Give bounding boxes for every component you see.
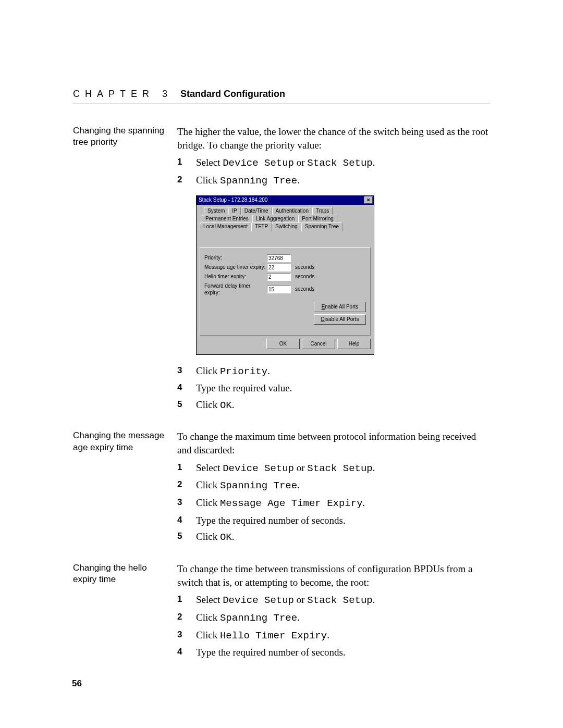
step: Click OK. — [177, 398, 490, 413]
page-number: 56 — [72, 678, 82, 689]
enable-all-ports-button[interactable]: Enable All Ports — [314, 302, 366, 312]
step: Click Spanning Tree. — [177, 478, 490, 493]
step: Click Priority. — [177, 364, 490, 379]
priority-label: Priority: — [204, 254, 267, 262]
hello-label: Hello timer expiry: — [204, 273, 267, 280]
section-spanning-priority: Changing the spanning tree priority The … — [73, 125, 490, 415]
step: Type the required value. — [177, 381, 490, 395]
step: Click Hello Timer Expiry. — [177, 628, 490, 643]
side-heading: Changing the spanning tree priority — [73, 125, 177, 148]
stack-setup-dialog: Stack Setup - 172.28.184.200 ✕ System IP… — [196, 195, 374, 355]
fwd-delay-label: Forward delay timer expiry: — [204, 282, 267, 297]
msg-age-input[interactable]: 22 — [267, 264, 291, 272]
step: Type the required number of seconds. — [177, 646, 490, 659]
hello-suffix: seconds — [295, 273, 314, 280]
side-heading: Changing the message age expiry time — [73, 430, 177, 453]
intro-text: To change the maximum time between proto… — [177, 430, 490, 456]
dialog-screenshot: Stack Setup - 172.28.184.200 ✕ System IP… — [196, 195, 490, 355]
section-body: To change the maximum time between proto… — [177, 430, 490, 547]
tab-panel: Priority: 32768 Message age timer expiry… — [200, 247, 371, 336]
chapter-label: CHAPTER 3 — [73, 89, 173, 99]
tabs-area: System IP Date/Time Authentication Traps… — [200, 207, 371, 224]
intro-text: The higher the value, the lower the chan… — [177, 125, 490, 152]
step: Select Device Setup or Stack Setup. — [177, 461, 490, 476]
step: Click Message Age Timer Expiry. — [177, 496, 490, 511]
fwd-delay-suffix: seconds — [295, 286, 314, 293]
tab-tftp[interactable]: TFTP — [251, 223, 272, 231]
hello-input[interactable]: 2 — [267, 273, 291, 281]
step: Type the required number of seconds. — [177, 514, 490, 527]
steps-list-cont: Click Priority. Type the required value.… — [177, 364, 490, 413]
help-button[interactable]: Help — [337, 339, 371, 349]
chapter-title: Standard Configuration — [180, 89, 285, 99]
tab-spanning-tree[interactable]: Spanning Tree — [301, 223, 342, 231]
section-body: The higher the value, the lower the chan… — [177, 125, 490, 415]
dialog-title: Stack Setup - 172.28.184.200 — [198, 196, 267, 204]
section-hello-expiry: Changing the hello expiry time To change… — [73, 562, 490, 662]
msg-age-label: Message age timer expiry: — [204, 264, 267, 271]
tab-local-management[interactable]: Local Management — [200, 223, 251, 231]
msg-age-suffix: seconds — [295, 264, 314, 271]
step: Click Spanning Tree. — [177, 611, 490, 625]
step: Click OK. — [177, 530, 490, 545]
step: Select Device Setup or Stack Setup. — [177, 593, 490, 608]
dialog-titlebar: Stack Setup - 172.28.184.200 ✕ — [197, 196, 374, 205]
section-message-age-expiry: Changing the message age expiry time To … — [73, 430, 490, 547]
disable-all-ports-button[interactable]: Disable All Ports — [314, 314, 366, 325]
header-rule — [73, 104, 490, 104]
cancel-button[interactable]: Cancel — [302, 339, 335, 349]
step: Click Spanning Tree. — [177, 174, 490, 188]
priority-input[interactable]: 32768 — [267, 254, 291, 262]
ok-button[interactable]: OK — [266, 339, 300, 349]
section-body: To change the time between transmissions… — [177, 562, 490, 662]
step: Select Device Setup or Stack Setup. — [177, 156, 490, 170]
steps-list: Select Device Setup or Stack Setup. Clic… — [177, 461, 490, 545]
close-icon[interactable]: ✕ — [364, 196, 373, 204]
tab-switching[interactable]: Switching — [272, 223, 301, 231]
steps-list: Select Device Setup or Stack Setup. Clic… — [177, 156, 490, 188]
side-heading: Changing the hello expiry time — [73, 562, 177, 585]
fwd-delay-input[interactable]: 15 — [267, 286, 291, 293]
intro-text: To change the time between transmissions… — [177, 562, 490, 589]
page-header: CHAPTER 3 Standard Configuration — [73, 89, 490, 100]
steps-list: Select Device Setup or Stack Setup. Clic… — [177, 593, 490, 659]
